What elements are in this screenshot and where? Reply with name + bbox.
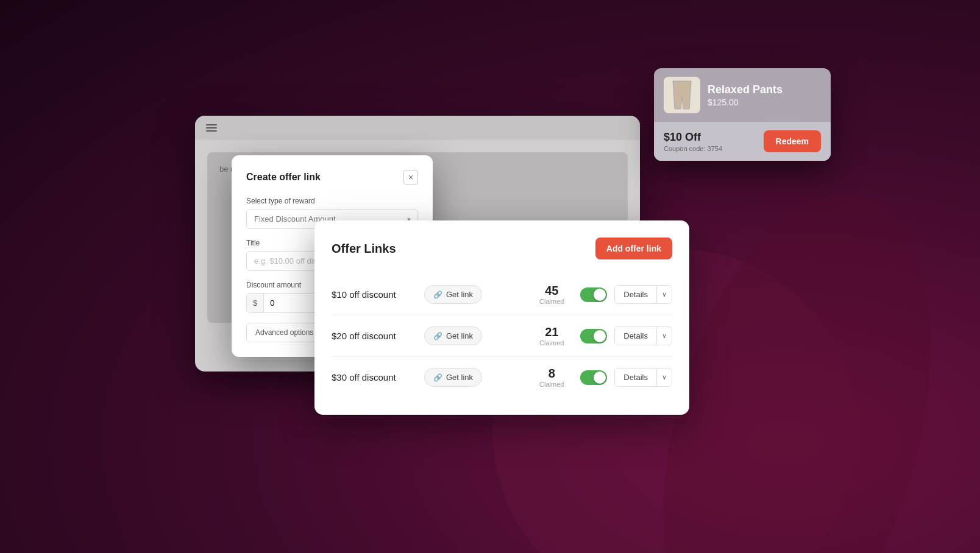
claimed-count: 21 (545, 325, 558, 339)
details-button[interactable]: Details (615, 368, 656, 386)
modal-title: Create offer link (246, 172, 321, 183)
details-button[interactable]: Details (615, 327, 656, 345)
get-link-label: Get link (446, 290, 473, 299)
toggle-switch[interactable] (580, 287, 607, 302)
modal-close-button[interactable]: × (403, 170, 418, 185)
app-header (195, 116, 640, 140)
details-button-group: Details ∨ (614, 326, 672, 345)
product-card: Relaxed Pants $125.00 $10 Off Coupon cod… (654, 68, 831, 161)
product-image-svg (670, 80, 694, 110)
offer-links-panel: Offer Links Add offer link $10 off disco… (314, 220, 689, 415)
details-chevron-icon[interactable]: ∨ (656, 328, 672, 344)
offer-row: $30 off discount 🔗 Get link 8 Claimed De… (332, 357, 672, 398)
offer-name: $30 off discount (332, 372, 417, 382)
coupon-discount: $10 Off (664, 131, 722, 144)
reward-type-label: Select type of reward (246, 197, 418, 205)
coupon-code: Coupon code: 3754 (664, 145, 722, 152)
link-icon: 🔗 (433, 291, 442, 299)
claimed-section: 21 Claimed (530, 325, 573, 347)
add-offer-link-button[interactable]: Add offer link (595, 238, 672, 259)
redeem-button[interactable]: Redeem (764, 130, 821, 152)
coupon-info: $10 Off Coupon code: 3754 (664, 131, 722, 152)
get-link-button[interactable]: 🔗 Get link (424, 326, 482, 345)
toggle-switch[interactable] (580, 370, 607, 385)
offer-row: $10 off discount 🔗 Get link 45 Claimed D… (332, 274, 672, 315)
claimed-count: 45 (545, 284, 558, 298)
claimed-label: Claimed (539, 298, 564, 305)
details-button[interactable]: Details (615, 286, 656, 303)
get-link-label: Get link (446, 331, 473, 340)
hamburger-icon[interactable] (206, 124, 217, 132)
product-card-bottom: $10 Off Coupon code: 3754 Redeem (654, 122, 831, 161)
details-chevron-icon[interactable]: ∨ (656, 286, 672, 303)
product-info: Relaxed Pants $125.00 (708, 83, 783, 107)
link-icon: 🔗 (433, 373, 442, 382)
product-name: Relaxed Pants (708, 83, 783, 96)
toggle-switch[interactable] (580, 329, 607, 343)
details-button-group: Details ∨ (614, 368, 672, 387)
offer-name: $20 off discount (332, 331, 417, 341)
toggle-track (580, 370, 607, 385)
modal-header: Create offer link × (246, 170, 418, 185)
claimed-label: Claimed (539, 381, 564, 388)
get-link-button[interactable]: 🔗 Get link (424, 368, 482, 387)
details-button-group: Details ∨ (614, 285, 672, 304)
claimed-section: 45 Claimed (530, 284, 573, 305)
product-price: $125.00 (708, 97, 783, 107)
toggle-thumb (594, 372, 606, 384)
toggle-track (580, 329, 607, 343)
offer-row: $20 off discount 🔗 Get link 21 Claimed D… (332, 315, 672, 357)
offer-name: $10 off discount (332, 289, 417, 300)
claimed-label: Claimed (539, 339, 564, 347)
product-card-top: Relaxed Pants $125.00 (654, 68, 831, 122)
advanced-options-button[interactable]: Advanced options (246, 323, 322, 342)
discount-prefix: $ (247, 294, 264, 312)
panel-header: Offer Links Add offer link (332, 238, 672, 259)
toggle-track (580, 287, 607, 302)
claimed-section: 8 Claimed (530, 367, 573, 388)
get-link-label: Get link (446, 373, 473, 382)
toggle-thumb (594, 330, 606, 342)
product-image (664, 77, 700, 113)
link-icon: 🔗 (433, 332, 442, 340)
panel-title: Offer Links (332, 242, 396, 256)
details-chevron-icon[interactable]: ∨ (656, 369, 672, 386)
claimed-count: 8 (549, 367, 555, 381)
toggle-thumb (594, 289, 606, 301)
get-link-button[interactable]: 🔗 Get link (424, 285, 482, 304)
